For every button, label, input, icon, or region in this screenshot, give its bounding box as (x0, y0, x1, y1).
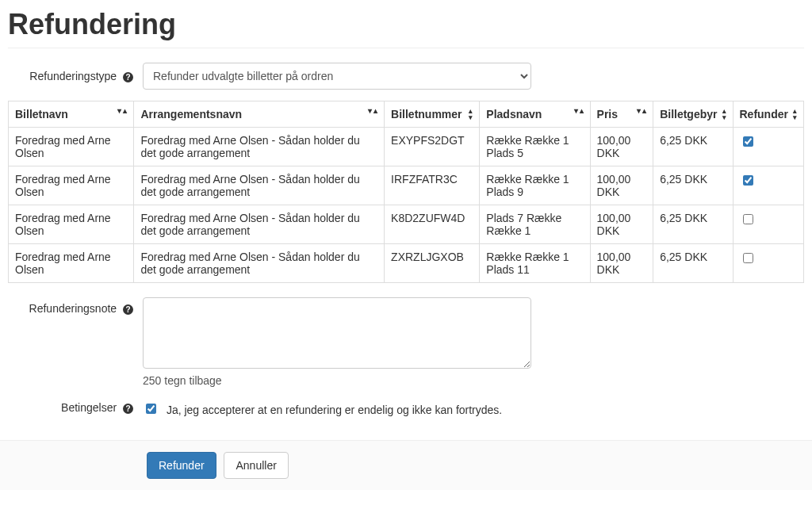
footer-bar: Refunder Annuller (0, 440, 812, 490)
cell-price: 100,00 DKK (590, 244, 653, 283)
cell-ticket_number: IRFZFATR3C (385, 166, 480, 205)
table-row: Foredrag med Arne OlsenForedrag med Arne… (9, 166, 804, 205)
sort-icon[interactable]: ▴▾ (793, 108, 797, 121)
refund-row-checkbox[interactable] (743, 136, 753, 147)
terms-checkbox[interactable] (146, 404, 156, 414)
cell-fee: 6,25 DKK (653, 128, 733, 166)
cell-refund (733, 205, 804, 244)
refund-row-checkbox[interactable] (743, 175, 753, 186)
col-header-price-text: Pris (597, 108, 618, 121)
cell-refund (733, 128, 804, 166)
sort-icon[interactable]: ▾▴ (368, 108, 377, 114)
cell-arrangement: Foredrag med Arne Olsen - Sådan holder d… (134, 205, 385, 244)
col-header-arrangement[interactable]: Arrangementsnavn ▾▴ (134, 101, 385, 128)
table-row: Foredrag med Arne OlsenForedrag med Arne… (9, 205, 804, 244)
sort-icon[interactable]: ▾▴ (637, 108, 646, 114)
col-header-fee[interactable]: Billetgebyr ▴▾ (653, 101, 733, 128)
cell-refund (733, 166, 804, 205)
cell-seat: Række Række 1 Plads 9 (480, 166, 590, 205)
sort-icon[interactable]: ▾▴ (117, 108, 127, 114)
cell-arrangement: Foredrag med Arne Olsen - Sådan holder d… (134, 128, 385, 166)
question-icon[interactable]: ? (123, 404, 133, 414)
col-header-seat[interactable]: Pladsnavn ▾▴ (480, 101, 590, 128)
cell-fee: 6,25 DKK (653, 205, 733, 244)
col-header-fee-text: Billetgebyr (660, 108, 717, 121)
cell-fee: 6,25 DKK (653, 244, 733, 283)
refund-row-checkbox[interactable] (743, 214, 753, 224)
sort-icon[interactable]: ▴▾ (722, 108, 726, 121)
refund-note-row: Refunderingsnote ? 250 tegn tilbage (8, 297, 804, 387)
question-icon[interactable]: ? (123, 304, 133, 315)
cell-ticket_name: Foredrag med Arne Olsen (9, 128, 134, 166)
col-header-ticket-number-text: Billetnummer (391, 108, 462, 121)
page-title: Refundering (8, 8, 804, 48)
table-row: Foredrag med Arne OlsenForedrag med Arne… (9, 128, 804, 166)
sort-icon[interactable]: ▴▾ (469, 108, 473, 121)
refund-button[interactable]: Refunder (147, 452, 216, 479)
cell-arrangement: Foredrag med Arne Olsen - Sådan holder d… (134, 244, 385, 283)
cell-arrangement: Foredrag med Arne Olsen - Sådan holder d… (134, 166, 385, 205)
refund-row-checkbox[interactable] (743, 253, 753, 263)
tickets-table: Billetnavn ▾▴ Arrangementsnavn ▾▴ Billet… (8, 101, 804, 283)
cell-ticket_number: K8D2ZUFW4D (385, 205, 480, 244)
table-row: Foredrag med Arne OlsenForedrag med Arne… (9, 244, 804, 283)
cell-price: 100,00 DKK (590, 205, 653, 244)
col-header-seat-text: Pladsnavn (486, 108, 542, 121)
refund-note-input[interactable] (143, 297, 531, 369)
terms-label-text: Betingelser (61, 401, 117, 414)
cell-ticket_name: Foredrag med Arne Olsen (9, 205, 134, 244)
col-header-ticket-name-text: Billetnavn (15, 108, 68, 121)
refund-type-label-text: Refunderingstype (29, 70, 117, 82)
cell-ticket_name: Foredrag med Arne Olsen (9, 166, 134, 205)
col-header-refund-text: Refunder (740, 108, 788, 121)
terms-row: Betingelser ? Ja, jeg accepterer at en r… (8, 401, 804, 416)
col-header-refund[interactable]: Refunder ▴▾ (733, 101, 804, 128)
cell-seat: Række Række 1 Plads 11 (480, 244, 590, 283)
cell-seat: Række Række 1 Plads 5 (480, 128, 590, 166)
note-char-counter: 250 tegn tilbage (143, 374, 531, 387)
cell-price: 100,00 DKK (590, 166, 653, 205)
terms-label: Betingelser ? (8, 401, 143, 414)
cancel-button[interactable]: Annuller (224, 452, 288, 479)
col-header-arrangement-text: Arrangementsnavn (140, 108, 242, 121)
cell-fee: 6,25 DKK (653, 166, 733, 205)
refund-type-label: Refunderingstype ? (8, 70, 143, 82)
sort-icon[interactable]: ▾▴ (574, 108, 584, 114)
col-header-price[interactable]: Pris ▾▴ (590, 101, 653, 128)
terms-text: Ja, jeg accepterer at en refundering er … (167, 404, 502, 416)
cell-ticket_number: ZXRZLJGXOB (385, 244, 480, 283)
col-header-ticket-number[interactable]: Billetnummer ▴▾ (385, 101, 480, 128)
question-icon[interactable]: ? (123, 72, 133, 82)
cell-refund (733, 244, 804, 283)
refund-note-label-text: Refunderingsnote (29, 302, 117, 315)
refund-type-row: Refunderingstype ? Refunder udvalgte bil… (8, 63, 804, 90)
col-header-ticket-name[interactable]: Billetnavn ▾▴ (9, 101, 134, 128)
cell-price: 100,00 DKK (590, 128, 653, 166)
cell-ticket_number: EXYPFS2DGT (385, 128, 480, 166)
cell-seat: Plads 7 Række Række 1 (480, 205, 590, 244)
refund-type-select[interactable]: Refunder udvalgte billetter på ordren (143, 63, 531, 90)
refund-note-label: Refunderingsnote ? (8, 297, 143, 315)
cell-ticket_name: Foredrag med Arne Olsen (9, 244, 134, 283)
